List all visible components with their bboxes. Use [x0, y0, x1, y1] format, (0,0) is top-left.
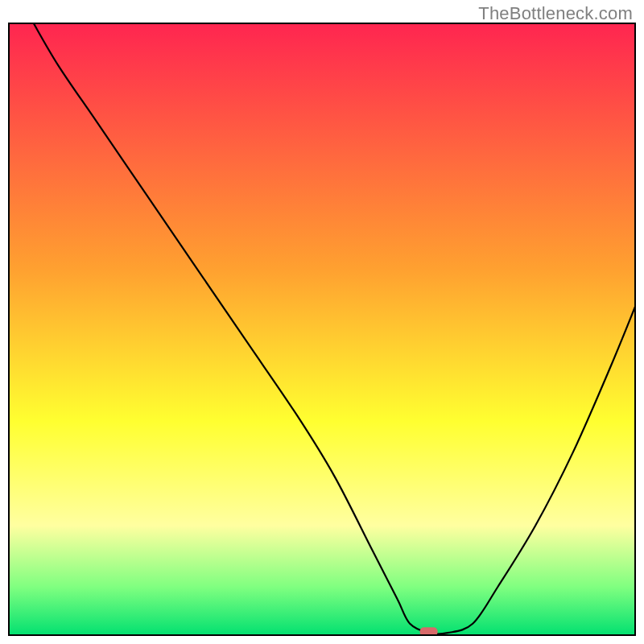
chart-svg: [8, 23, 636, 636]
optimum-marker: [420, 627, 438, 636]
watermark-text: TheBottleneck.com: [478, 3, 633, 24]
gradient-background: [8, 23, 636, 636]
chart-frame: [8, 23, 636, 636]
